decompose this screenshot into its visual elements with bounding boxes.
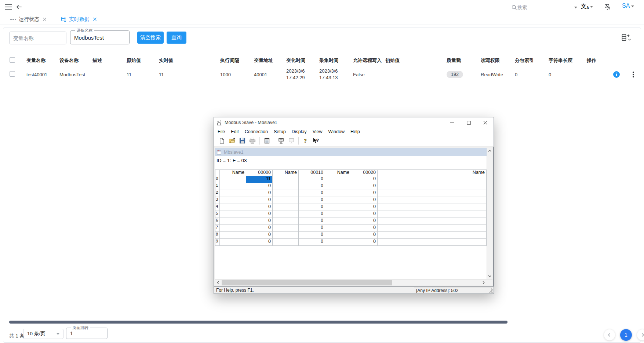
grid-cell-name[interactable] [220,190,246,197]
grid-cell-name[interactable] [220,197,246,204]
grid-cell-name[interactable] [220,218,246,225]
grid-cell-value[interactable]: 0 [299,204,325,211]
current-page-button[interactable]: 1 [620,329,632,341]
grid-cell-name[interactable] [273,190,299,197]
grid-cell-value[interactable]: 0 [351,211,378,218]
grid-cell-value[interactable]: 0 [299,197,325,204]
grid-cell-value[interactable]: 0 [246,183,273,190]
menu-edit[interactable]: Edit [228,129,242,134]
minimize-button[interactable] [444,117,461,128]
tab-running-status[interactable]: 运行状态 [10,16,47,23]
variable-name-field[interactable] [9,32,66,44]
grid-cell-value[interactable]: 0 [246,211,273,218]
horizontal-scrollbar[interactable] [215,279,487,285]
clear-search-button[interactable]: 清空搜索 [137,32,164,44]
more-actions-icon[interactable] [632,71,635,78]
grid-cell-name[interactable] [273,225,299,232]
modbus-slave-window[interactable]: Modbus Slave - Mbslave1 FileEditConnecti… [214,117,494,294]
global-search[interactable] [511,3,577,12]
grid-cell-value[interactable]: 0 [351,183,378,190]
toolbar-context-help-button[interactable]: ? [311,136,321,145]
grid-cell-value[interactable]: 0 [351,176,378,183]
toolbar-print-button[interactable] [248,136,257,145]
grid-cell-value[interactable]: 0 [299,232,325,239]
grid-cell-value[interactable]: 0 [299,239,325,246]
grid-cell-name[interactable] [378,176,487,183]
grid-cell-name[interactable] [378,190,487,197]
menu-view[interactable]: View [310,129,325,134]
variable-name-input[interactable] [13,35,62,41]
grid-cell-value[interactable]: 0 [351,232,378,239]
grid-cell-name[interactable] [325,225,351,232]
grid-cell-name[interactable] [325,239,351,246]
select-all-checkbox[interactable] [10,57,15,63]
grid-cell-name[interactable] [273,176,299,183]
grid-cell-name[interactable] [220,183,246,190]
grid-cell-value[interactable]: 0 [351,197,378,204]
menu-display[interactable]: Display [289,129,310,134]
chevron-down-icon[interactable] [574,7,577,8]
user-menu[interactable]: SA [622,3,634,9]
table-row[interactable]: test40001 ModbusTest 11 11 1000 40001 20… [4,67,640,82]
grid-cell-value[interactable]: 0 [299,225,325,232]
toolbar-new-button[interactable] [217,136,226,145]
vertical-scrollbar[interactable] [487,148,492,279]
device-name-field[interactable]: 设备名称 [70,30,130,44]
grid-cell-value[interactable]: 11 [246,176,273,183]
back-icon[interactable] [15,3,23,11]
grid-cell-name[interactable] [273,197,299,204]
toolbar-save-button[interactable] [237,136,247,145]
grid-cell-name[interactable] [378,239,487,246]
toolbar-open-button[interactable] [227,136,237,145]
grid-cell-name[interactable] [220,176,246,183]
table-horizontal-scrollbar[interactable] [9,321,507,324]
grid-cell-value[interactable]: 0 [299,190,325,197]
menu-setup[interactable]: Setup [271,129,289,134]
grid-cell-name[interactable] [273,204,299,211]
grid-cell-name[interactable] [325,232,351,239]
close-icon[interactable] [93,17,97,21]
page-size-select[interactable]: 10 条/页 [23,329,63,339]
tab-realtime-data[interactable]: 实时数据 [61,16,97,23]
modbus-titlebar[interactable]: Modbus Slave - Mbslave1 [214,117,494,128]
scroll-down-icon[interactable] [487,273,492,279]
grid-cell-name[interactable] [378,232,487,239]
toolbar-disconnect-button[interactable] [287,136,296,145]
grid-cell-name[interactable] [220,204,246,211]
grid-cell-value[interactable]: 0 [351,225,378,232]
close-icon[interactable] [43,17,47,21]
grid-cell-name[interactable] [325,218,351,225]
grid-cell-value[interactable]: 0 [299,176,325,183]
toolbar-connect-button[interactable] [276,136,286,145]
grid-cell-value[interactable]: 0 [299,183,325,190]
grid-cell-name[interactable] [273,183,299,190]
menu-icon[interactable] [5,4,12,10]
grid-cell-name[interactable] [273,239,299,246]
grid-cell-value[interactable]: 0 [351,204,378,211]
row-checkbox[interactable] [10,71,15,77]
grid-cell-name[interactable] [378,204,487,211]
grid-cell-name[interactable] [220,239,246,246]
grid-cell-value[interactable]: 0 [246,204,273,211]
maximize-button[interactable] [461,117,477,128]
menu-help[interactable]: Help [348,129,363,134]
menu-file[interactable]: File [215,129,228,134]
search-input[interactable] [517,5,574,10]
horizontal-scrollbar-thumb[interactable] [222,280,392,285]
grid-cell-name[interactable] [273,211,299,218]
scroll-left-icon[interactable] [215,280,221,285]
grid-cell-value[interactable]: 0 [299,218,325,225]
grid-cell-name[interactable] [378,225,487,232]
grid-cell-name[interactable] [220,232,246,239]
query-button[interactable]: 查询 [167,32,186,44]
child-titlebar[interactable]: Mbslave1 [215,148,487,156]
grid-cell-name[interactable] [273,218,299,225]
grid-cell-value[interactable]: 0 [351,190,378,197]
grid-cell-value[interactable]: 0 [246,197,273,204]
info-icon[interactable] [613,71,620,78]
grid-cell-name[interactable] [325,176,351,183]
grid-cell-value[interactable]: 0 [351,218,378,225]
grid-cell-value[interactable]: 0 [246,190,273,197]
notification-off-icon[interactable] [604,3,611,10]
next-page-button[interactable] [637,329,644,340]
